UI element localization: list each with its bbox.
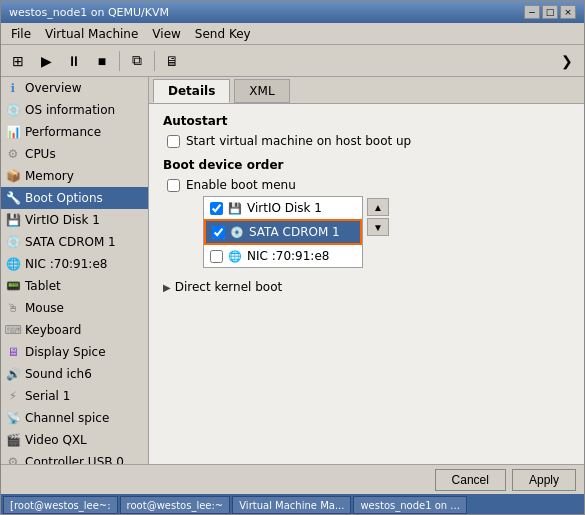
cdrom-icon: 💿 — [5, 234, 21, 250]
boot-order-up-button[interactable]: ▲ — [367, 198, 389, 216]
sidebar-item-display-spice[interactable]: 🖥 Display Spice — [1, 341, 148, 363]
autostart-title: Autostart — [163, 114, 570, 128]
tab-xml[interactable]: XML — [234, 79, 289, 103]
boot-list-item-virtio[interactable]: 💾 VirtIO Disk 1 — [204, 197, 362, 219]
boot-check-sata[interactable] — [212, 226, 225, 239]
direct-kernel-boot-label: Direct kernel boot — [175, 280, 283, 294]
window-controls: − □ × — [524, 5, 576, 19]
disk-icon: 💾 — [5, 212, 21, 228]
toolbar: ⊞ ▶ ⏸ ■ ⧉ 🖥 ❯ — [1, 45, 584, 77]
enable-boot-menu-row: Enable boot menu — [163, 178, 570, 192]
toolbar-sep2 — [154, 51, 155, 71]
sidebar-label-ctrl-usb: Controller USB 0 — [25, 455, 124, 464]
boot-check-nic[interactable] — [210, 250, 223, 263]
os-icon: 💿 — [5, 102, 21, 118]
sidebar-label-virtio-disk1: VirtIO Disk 1 — [25, 213, 100, 227]
sidebar-item-video-qxl[interactable]: 🎬 Video QXL — [1, 429, 148, 451]
autostart-label: Start virtual machine on host boot up — [186, 134, 411, 148]
sidebar-label-os: OS information — [25, 103, 115, 117]
sidebar-label-perf: Performance — [25, 125, 101, 139]
sidebar-item-performance[interactable]: 📊 Performance — [1, 121, 148, 143]
content-area: Details XML Autostart Start virtual mach… — [149, 77, 584, 464]
toolbar-run-btn[interactable]: ▶ — [33, 48, 59, 74]
sidebar-item-virtio-disk1[interactable]: 💾 VirtIO Disk 1 — [1, 209, 148, 231]
main-layout: ℹ Overview 💿 OS information 📊 Performanc… — [1, 77, 584, 464]
content-body: Autostart Start virtual machine on host … — [149, 104, 584, 463]
close-button[interactable]: × — [560, 5, 576, 19]
boot-label-virtio: VirtIO Disk 1 — [247, 201, 322, 215]
title-bar: westos_node1 on QEMU/KVM − □ × — [1, 1, 584, 23]
ctrl-usb-icon: ⚙ — [5, 454, 21, 464]
sidebar-label-display: Display Spice — [25, 345, 106, 359]
menu-virtual-machine[interactable]: Virtual Machine — [39, 25, 144, 43]
bottom-bar: Cancel Apply — [1, 464, 584, 494]
taskbar-item-0[interactable]: [root@westos_lee~: — [3, 496, 118, 514]
menu-view[interactable]: View — [146, 25, 186, 43]
sidebar-label-sound: Sound ich6 — [25, 367, 92, 381]
sidebar-item-channel-spice[interactable]: 📡 Channel spice — [1, 407, 148, 429]
cancel-button[interactable]: Cancel — [435, 469, 506, 491]
window-title: westos_node1 on QEMU/KVM — [9, 6, 169, 19]
tab-bar: Details XML — [149, 77, 584, 104]
boot-label-sata: SATA CDROM 1 — [249, 225, 340, 239]
virtio-disk-icon: 💾 — [227, 200, 243, 216]
nic-boot-icon: 🌐 — [227, 248, 243, 264]
toolbar-pause-btn[interactable]: ⏸ — [61, 48, 87, 74]
sidebar-item-os-info[interactable]: 💿 OS information — [1, 99, 148, 121]
boot-label-nic: NIC :70:91:e8 — [247, 249, 329, 263]
boot-list-item-sata[interactable]: 💿 SATA CDROM 1 — [204, 219, 362, 245]
taskbar-item-3[interactable]: westos_node1 on ... — [353, 496, 466, 514]
perf-icon: 📊 — [5, 124, 21, 140]
enable-boot-menu-checkbox[interactable] — [167, 179, 180, 192]
boot-list: 💾 VirtIO Disk 1 💿 SATA CDROM 1 🌐 NIC :70… — [203, 196, 363, 268]
sidebar-label-memory: Memory — [25, 169, 74, 183]
taskbar-item-1[interactable]: root@westos_lee:~ — [120, 496, 231, 514]
cpu-icon: ⚙ — [5, 146, 21, 162]
autostart-row: Start virtual machine on host boot up — [163, 134, 570, 148]
boot-list-item-nic[interactable]: 🌐 NIC :70:91:e8 — [204, 245, 362, 267]
sidebar-item-memory[interactable]: 📦 Memory — [1, 165, 148, 187]
nic-icon: 🌐 — [5, 256, 21, 272]
toolbar-clone-btn[interactable]: ⧉ — [124, 48, 150, 74]
menu-file[interactable]: File — [5, 25, 37, 43]
enable-boot-menu-label: Enable boot menu — [186, 178, 296, 192]
sidebar-label-overview: Overview — [25, 81, 82, 95]
sidebar-item-overview[interactable]: ℹ Overview — [1, 77, 148, 99]
sound-icon: 🔊 — [5, 366, 21, 382]
sidebar-item-nic[interactable]: 🌐 NIC :70:91:e8 — [1, 253, 148, 275]
sidebar-label-tablet: Tablet — [25, 279, 61, 293]
toolbar-extra-btn[interactable]: ❯ — [554, 48, 580, 74]
tablet-icon: 📟 — [5, 278, 21, 294]
sidebar-item-controller-usb0[interactable]: ⚙ Controller USB 0 — [1, 451, 148, 464]
boot-check-virtio[interactable] — [210, 202, 223, 215]
sidebar-item-tablet[interactable]: 📟 Tablet — [1, 275, 148, 297]
toolbar-stop-btn[interactable]: ■ — [89, 48, 115, 74]
apply-button[interactable]: Apply — [512, 469, 576, 491]
toolbar-screenshot-btn[interactable]: 🖥 — [159, 48, 185, 74]
taskbar: [root@westos_lee~: root@westos_lee:~ Vir… — [1, 494, 584, 515]
sidebar-item-keyboard[interactable]: ⌨ Keyboard — [1, 319, 148, 341]
tab-details[interactable]: Details — [153, 79, 230, 103]
sidebar-label-serial: Serial 1 — [25, 389, 70, 403]
sidebar-item-sound-ich6[interactable]: 🔊 Sound ich6 — [1, 363, 148, 385]
sidebar-label-boot: Boot Options — [25, 191, 103, 205]
direct-kernel-boot-section[interactable]: ▶ Direct kernel boot — [163, 280, 570, 294]
boot-order-down-button[interactable]: ▼ — [367, 218, 389, 236]
boot-order-arrows: ▲ ▼ — [367, 198, 389, 236]
sidebar-item-mouse[interactable]: 🖱 Mouse — [1, 297, 148, 319]
toolbar-sep — [119, 51, 120, 71]
maximize-button[interactable]: □ — [542, 5, 558, 19]
sidebar-item-serial1[interactable]: ⚡ Serial 1 — [1, 385, 148, 407]
menu-send-key[interactable]: Send Key — [189, 25, 257, 43]
sidebar-item-boot-options[interactable]: 🔧 Boot Options — [1, 187, 148, 209]
taskbar-item-2[interactable]: Virtual Machine Ma... — [232, 496, 351, 514]
sidebar-item-cpus[interactable]: ⚙ CPUs — [1, 143, 148, 165]
sidebar-item-sata-cdrom1[interactable]: 💿 SATA CDROM 1 — [1, 231, 148, 253]
toolbar-overview-btn[interactable]: ⊞ — [5, 48, 31, 74]
autostart-checkbox[interactable] — [167, 135, 180, 148]
serial-icon: ⚡ — [5, 388, 21, 404]
boot-order-title: Boot device order — [163, 158, 570, 172]
minimize-button[interactable]: − — [524, 5, 540, 19]
boot-order-section: Boot device order — [163, 158, 570, 172]
mem-icon: 📦 — [5, 168, 21, 184]
